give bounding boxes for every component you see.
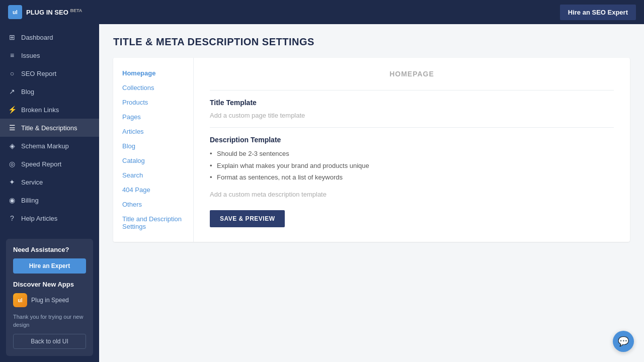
sidebar-item-label: Broken Links xyxy=(21,106,59,114)
app-icon: ul xyxy=(13,293,27,307)
left-nav-item-articles[interactable]: Articles xyxy=(113,124,193,139)
meta-hint: Add a custom meta description template xyxy=(210,191,614,198)
sidebar-item-title-descriptions[interactable]: ☰ Title & Descriptions xyxy=(0,119,99,137)
divider-top xyxy=(210,90,614,90)
seo-report-icon: ○ xyxy=(8,69,16,77)
logo-initials: ul xyxy=(13,9,18,15)
sidebar-item-help-articles[interactable]: ? Help Articles xyxy=(0,209,99,227)
assistance-card: Need Assistance? Hire an Expert Discover… xyxy=(6,239,93,356)
app-name: Plug in Speed xyxy=(31,297,69,304)
logo-icon: ul xyxy=(8,5,22,19)
issues-icon: ≡ xyxy=(8,51,16,59)
main-content: TITLE & META DESCRIPTION SETTINGS Homepa… xyxy=(99,24,644,362)
logo-text: PLUG IN SEO BETA xyxy=(26,8,82,16)
back-old-ui-button[interactable]: Back to old UI xyxy=(13,334,86,349)
sidebar-item-broken-links[interactable]: ⚡ Broken Links xyxy=(0,101,99,119)
sidebar-item-label: Dashboard xyxy=(21,34,53,41)
panel-heading: HOMEPAGE xyxy=(210,70,614,78)
left-nav-item-title-description-settings[interactable]: Title and Description Settings xyxy=(113,212,193,234)
left-nav-item-blog[interactable]: Blog xyxy=(113,139,193,153)
right-panel: HOMEPAGE Title Template Add a custom pag… xyxy=(194,58,630,242)
left-nav-item-others[interactable]: Others xyxy=(113,197,193,212)
logo: ul PLUG IN SEO BETA xyxy=(8,5,82,19)
assistance-title: Need Assistance? xyxy=(13,246,86,253)
sidebar-item-dashboard[interactable]: ⊞ Dashboard xyxy=(0,28,99,46)
sidebar-item-label: SEO Report xyxy=(21,70,56,77)
divider-mid xyxy=(210,127,614,128)
sidebar: ⊞ Dashboard ≡ Issues ○ SEO Report ↗ Blog… xyxy=(0,24,99,362)
description-hints: Should be 2-3 sentencesExplain what make… xyxy=(210,149,614,183)
chat-button[interactable]: 💬 xyxy=(613,331,634,352)
left-nav-item-collections[interactable]: Collections xyxy=(113,80,193,95)
sidebar-item-label: Help Articles xyxy=(21,215,57,222)
left-nav-item-pages[interactable]: Pages xyxy=(113,110,193,124)
sidebar-nav: ⊞ Dashboard ≡ Issues ○ SEO Report ↗ Blog… xyxy=(0,24,99,233)
left-nav-item-search[interactable]: Search xyxy=(113,168,193,183)
page-title: TITLE & META DESCRIPTION SETTINGS xyxy=(113,36,630,48)
sidebar-item-label: Blog xyxy=(21,88,34,96)
layout: ⊞ Dashboard ≡ Issues ○ SEO Report ↗ Blog… xyxy=(0,24,644,362)
app-initials: ul xyxy=(18,298,23,303)
hire-expert-small-button[interactable]: Hire an Expert xyxy=(13,258,86,274)
discover-title: Discover New Apps xyxy=(13,281,86,288)
app-row: ul Plug in Speed xyxy=(13,293,86,307)
left-nav-item-404-page[interactable]: 404 Page xyxy=(113,183,193,197)
blog-icon: ↗ xyxy=(8,87,16,96)
title-descriptions-icon: ☰ xyxy=(8,124,16,132)
sidebar-item-issues[interactable]: ≡ Issues xyxy=(0,46,99,64)
left-nav-item-products[interactable]: Products xyxy=(113,95,193,110)
title-template-hint: Add a custom page title template xyxy=(210,112,614,119)
sidebar-item-label: Speed Report xyxy=(21,160,61,168)
desc-hint-item: Should be 2-3 sentences xyxy=(210,149,614,159)
left-nav: HomepageCollectionsProductsPagesArticles… xyxy=(113,58,194,242)
desc-hint-item: Explain what makes your brand and produc… xyxy=(210,161,614,171)
left-nav-item-homepage[interactable]: Homepage xyxy=(113,66,193,80)
title-template-label: Title Template xyxy=(210,99,614,107)
description-template-label: Description Template xyxy=(210,136,614,144)
sidebar-item-label: Schema Markup xyxy=(21,142,69,150)
sidebar-item-seo-report[interactable]: ○ SEO Report xyxy=(0,64,99,82)
sidebar-item-blog[interactable]: ↗ Blog xyxy=(0,82,99,101)
sidebar-item-label: Billing xyxy=(21,197,39,204)
dashboard-icon: ⊞ xyxy=(8,33,16,41)
billing-icon: ◉ xyxy=(8,196,16,204)
sidebar-item-schema-markup[interactable]: ◈ Schema Markup xyxy=(0,137,99,155)
logo-name: PLUG IN SEO xyxy=(26,9,68,16)
header: ul PLUG IN SEO BETA Hire an SEO Expert xyxy=(0,0,644,24)
content-area: HomepageCollectionsProductsPagesArticles… xyxy=(113,58,630,242)
hire-expert-header-button[interactable]: Hire an SEO Expert xyxy=(560,5,636,20)
thank-you-text: Thank you for trying our new design xyxy=(13,313,86,329)
schema-markup-icon: ◈ xyxy=(8,142,16,150)
speed-report-icon: ◎ xyxy=(8,160,16,168)
help-articles-icon: ? xyxy=(8,214,16,222)
sidebar-item-service[interactable]: ✦ Service xyxy=(0,173,99,191)
save-preview-button[interactable]: SAVE & PREVIEW xyxy=(210,210,285,227)
logo-beta: BETA xyxy=(70,8,82,13)
desc-hint-item: Format as sentences, not a list of keywo… xyxy=(210,172,614,183)
sidebar-item-billing[interactable]: ◉ Billing xyxy=(0,191,99,209)
broken-links-icon: ⚡ xyxy=(8,106,16,114)
sidebar-item-speed-report[interactable]: ◎ Speed Report xyxy=(0,155,99,173)
sidebar-item-label: Issues xyxy=(21,52,40,59)
sidebar-item-label: Service xyxy=(21,178,43,186)
service-icon: ✦ xyxy=(8,178,16,186)
left-nav-item-catalog[interactable]: Catalog xyxy=(113,153,193,168)
sidebar-item-label: Title & Descriptions xyxy=(21,124,77,132)
